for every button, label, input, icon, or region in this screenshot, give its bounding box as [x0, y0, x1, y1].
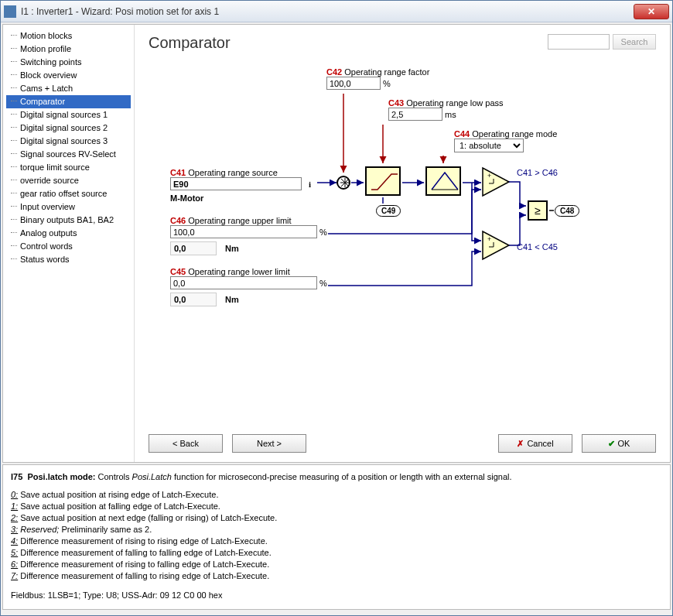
- help-panel[interactable]: I75 Posi.latch mode: Controls Posi.Latch…: [2, 464, 671, 610]
- wizard-nav: < Back Next > ✗Cancel ✔OK: [149, 434, 656, 453]
- app-icon: [4, 5, 16, 18]
- c41-code: C41: [170, 168, 186, 177]
- c44-label: Operating range mode: [472, 129, 557, 139]
- help-line: 3: Reserved; Preliminarily same as 2.: [11, 524, 662, 536]
- sidebar-item[interactable]: Digital signal sources 1: [6, 108, 131, 121]
- abs-block: [425, 166, 461, 196]
- search-input[interactable]: [548, 34, 610, 50]
- sum-block: [336, 176, 350, 190]
- ge-block: ≥: [528, 200, 548, 221]
- sidebar-item[interactable]: Motion profile: [6, 43, 131, 56]
- app-window: I1 : Inverter1 - Wizard: Posi motion set…: [0, 0, 673, 616]
- c42-code: C42: [326, 67, 342, 77]
- c45-code: C45: [170, 267, 186, 276]
- ramp-block: [365, 166, 401, 196]
- cmp-lower-label: C41 < C45: [517, 242, 558, 252]
- c43-label: Operating range low pass: [406, 98, 503, 108]
- sidebar-item[interactable]: Analog outputs: [6, 227, 131, 240]
- ok-button[interactable]: ✔OK: [582, 434, 656, 453]
- close-button[interactable]: ✕: [634, 4, 669, 19]
- sidebar-item[interactable]: Comparator: [6, 95, 131, 108]
- main-panel: Comparator Search C42 Operating range fa…: [135, 25, 670, 462]
- c42-label: Operating range factor: [344, 67, 429, 77]
- c45-input[interactable]: [170, 276, 317, 289]
- help-line: 0: Save actual position at rising edge o…: [11, 489, 662, 501]
- c45-readout: 0,0: [170, 293, 217, 306]
- comparator-diagram: C42 Operating range factor % C43 Operati…: [149, 67, 656, 377]
- sidebar-item[interactable]: torque limit source: [6, 161, 131, 174]
- c41-input[interactable]: [170, 177, 302, 190]
- c46-readout: 0,0: [170, 241, 217, 255]
- c46-unit: %: [319, 228, 327, 237]
- c45-unit: %: [319, 279, 327, 288]
- help-param-code: I75: [11, 472, 22, 481]
- close-icon: ✕: [647, 6, 655, 17]
- sidebar-item[interactable]: Motion blocks: [6, 29, 131, 43]
- c45-readout-unit: Nm: [225, 295, 239, 304]
- help-footer: Fieldbus: 1LSB=1; Type: U8; USS-Adr: 09 …: [11, 590, 662, 601]
- svg-marker-5: [483, 168, 509, 196]
- sidebar-item[interactable]: Signal sources RV-Select: [6, 148, 131, 161]
- c48-output: C48: [555, 205, 579, 217]
- sidebar-item[interactable]: Status words: [6, 253, 131, 266]
- svg-text:+: +: [487, 172, 491, 180]
- c46-input[interactable]: [170, 225, 317, 238]
- c45-label: Operating range lower limit: [188, 267, 289, 276]
- search-box: Search: [548, 34, 656, 50]
- svg-line-2: [341, 179, 349, 187]
- content-area: Motion blocksMotion profileSwitching poi…: [2, 24, 671, 463]
- sidebar-item[interactable]: Switching points: [6, 56, 131, 69]
- sidebar-item[interactable]: gear ratio offset source: [6, 187, 131, 200]
- c42-input[interactable]: [326, 77, 381, 90]
- svg-text:+: +: [487, 235, 491, 243]
- sidebar-item[interactable]: override source: [6, 174, 131, 187]
- c46-code: C46: [170, 216, 186, 225]
- c43-input[interactable]: [388, 108, 442, 121]
- help-line: 7: Difference measurement of falling to …: [11, 570, 662, 582]
- c41-label: Operating range source: [188, 168, 278, 177]
- titlebar[interactable]: I1 : Inverter1 - Wizard: Posi motion set…: [1, 1, 672, 22]
- help-line: 1: Save actual position at falling edge …: [11, 501, 662, 512]
- info-icon[interactable]: i: [309, 180, 311, 189]
- cmp-upper-label: C41 > C46: [517, 168, 558, 177]
- next-button[interactable]: Next >: [232, 434, 306, 453]
- sidebar-item[interactable]: Cams + Latch: [6, 82, 131, 95]
- check-icon: ✔: [608, 439, 615, 449]
- sidebar-item[interactable]: Digital signal sources 3: [6, 135, 131, 148]
- svg-marker-7: [483, 231, 509, 259]
- c43-code: C43: [388, 98, 404, 108]
- sidebar-item[interactable]: Binary outputs BA1, BA2: [6, 214, 131, 227]
- help-lines: 0: Save actual position at rising edge o…: [11, 489, 662, 582]
- sidebar-item[interactable]: Digital signal sources 2: [6, 121, 131, 135]
- help-line: 5: Difference measurement of falling to …: [11, 547, 662, 559]
- cancel-icon: ✗: [517, 439, 524, 449]
- help-line: 2: Save actual position at next edge (fa…: [11, 512, 662, 524]
- cancel-button[interactable]: ✗Cancel: [498, 434, 572, 453]
- help-line: 6: Difference measurement of rising to f…: [11, 559, 662, 570]
- back-button[interactable]: < Back: [149, 434, 223, 453]
- sidebar-tree[interactable]: Motion blocksMotion profileSwitching poi…: [3, 25, 135, 462]
- sidebar-item[interactable]: Control words: [6, 240, 131, 253]
- c42-unit: %: [383, 79, 391, 88]
- search-button[interactable]: Search: [613, 34, 656, 50]
- c44-code: C44: [454, 129, 470, 139]
- c46-label: Operating range upper limit: [188, 216, 291, 225]
- c44-dropdown[interactable]: 1: absolute: [454, 139, 524, 152]
- svg-line-3: [341, 179, 349, 187]
- sidebar-item[interactable]: Block overview: [6, 69, 131, 82]
- sidebar-item[interactable]: Input overview: [6, 200, 131, 214]
- window-title: I1 : Inverter1 - Wizard: Posi motion set…: [21, 6, 634, 17]
- c41-sublabel: M-Motor: [170, 193, 311, 203]
- help-param-name: Posi.latch mode:: [27, 472, 95, 481]
- c46-readout-unit: Nm: [225, 244, 239, 253]
- c49-output: C49: [376, 205, 401, 217]
- c43-unit: ms: [445, 110, 456, 119]
- help-line: 4: Difference measurement of rising to r…: [11, 536, 662, 547]
